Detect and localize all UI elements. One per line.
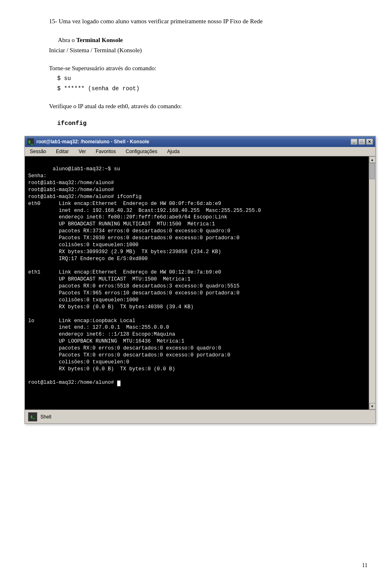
terminal-bold: Terminal Konsole (76, 37, 123, 43)
titlebar-buttons[interactable]: _ □ ✕ (351, 139, 373, 145)
superuser-text: Torne-se Superusuário através do comando… (49, 63, 368, 74)
taskbar-label: Shell (40, 414, 51, 420)
scroll-thumb[interactable] (370, 163, 375, 179)
intro-line1: 15- Uma vez logado como aluno vamos veri… (49, 18, 263, 24)
intro-paragraph: 15- Uma vez logado como aluno vamos veri… (49, 16, 368, 27)
terminal-title-icon: $_ (27, 138, 34, 145)
verify-cmd: ifconfig (57, 118, 368, 129)
taskbar-icon: $_ (28, 412, 37, 421)
terminal-taskbar: $_ Shell (25, 410, 375, 423)
maximize-button[interactable]: □ (359, 139, 365, 145)
page-number: 11 (362, 562, 368, 569)
verify-text: Verifique o IP atual da rede eth0, atrav… (49, 101, 368, 112)
menu-configuracoes[interactable]: Configurações (124, 148, 159, 155)
terminal-icon-text: $_ (28, 140, 33, 144)
verify-section: Verifique o IP atual da rede eth0, atrav… (24, 101, 368, 129)
terminal-body-outer: aluno@lab1-maq32:~$ su Senha: root@lab1-… (25, 156, 375, 410)
scroll-track[interactable] (369, 163, 375, 403)
titlebar-left: $_ root@lab1-maq32: /home/aluno - Shell … (27, 138, 149, 145)
terminal-scrollbar[interactable]: ▲ ▼ (369, 156, 375, 410)
verify-line: Verifique o IP atual da rede eth0, atrav… (49, 103, 182, 109)
terminal-nav: Abra o Terminal Konsole (49, 35, 368, 46)
minimize-button[interactable]: _ (351, 139, 357, 145)
terminal-window: $_ root@lab1-maq32: /home/aluno - Shell … (24, 136, 376, 424)
titlebar-title: root@lab1-maq32: /home/aluno - Shell - K… (36, 139, 149, 145)
terminal-instruction: Abra o Terminal Konsole Iniciar / Sistem… (24, 35, 368, 56)
cmd2: $ ****** (senha de root) (57, 84, 368, 94)
terminal-body[interactable]: aluno@lab1-maq32:~$ su Senha: root@lab1-… (25, 156, 369, 410)
menu-editar[interactable]: Editar (54, 148, 70, 155)
intro-section: 15- Uma vez logado como aluno vamos veri… (24, 16, 368, 27)
menu-ajuda[interactable]: Ajuda (165, 148, 181, 155)
close-button[interactable]: ✕ (366, 139, 373, 145)
menu-favoritos[interactable]: Favoritos (94, 148, 117, 155)
command-block: $ su $ ****** (senha de root) (57, 73, 368, 94)
menu-sessao[interactable]: Sessão (28, 148, 48, 155)
terminal-cursor (117, 381, 120, 386)
menu-ver[interactable]: Ver (77, 148, 87, 155)
superuser-section: Torne-se Superusuário através do comando… (24, 63, 368, 94)
taskbar-icon-text: $_ (31, 415, 35, 419)
terminal-content: aluno@lab1-maq32:~$ su Senha: root@lab1-… (28, 166, 261, 385)
page-content: 15- Uma vez logado como aluno vamos veri… (24, 16, 368, 424)
scroll-up-button[interactable]: ▲ (369, 156, 376, 163)
nav-path: Iniciar / Sistema / Terminal (Konsole) (49, 45, 368, 56)
cmd1: $ su (57, 73, 368, 84)
terminal-titlebar: $_ root@lab1-maq32: /home/aluno - Shell … (25, 136, 375, 147)
terminal-menubar: Sessão Editar Ver Favoritos Configuraçõe… (25, 147, 375, 156)
scroll-down-button[interactable]: ▼ (369, 403, 376, 410)
